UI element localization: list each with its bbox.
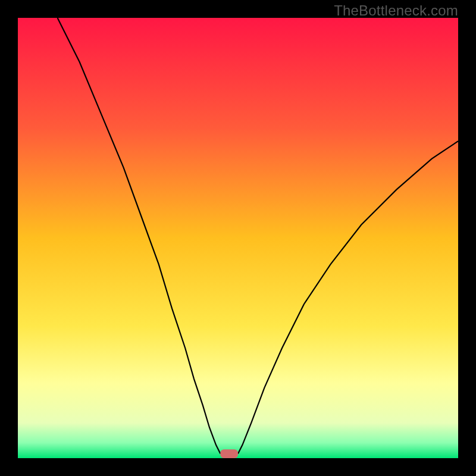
watermark-text: TheBottleneck.com xyxy=(334,2,458,19)
bottleneck-marker xyxy=(220,449,238,458)
plot-area xyxy=(18,18,458,458)
chart-container: TheBottleneck.com xyxy=(0,0,476,476)
bottleneck-chart xyxy=(18,18,458,458)
gradient-background xyxy=(18,18,458,458)
